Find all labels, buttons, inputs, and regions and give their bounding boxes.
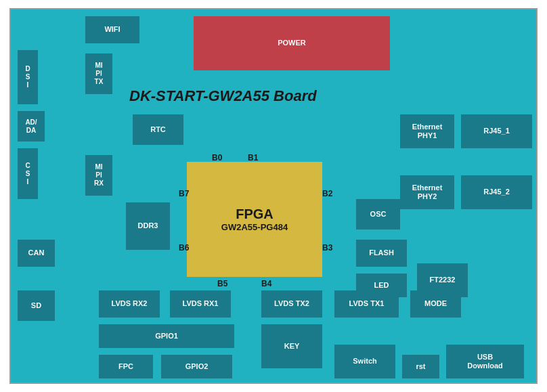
gpio2-block: GPIO2 [161,355,232,378]
b3-label: B3 [322,243,332,253]
b6-label: B6 [179,243,189,253]
sd-block: SD [18,290,55,321]
wifi-block: WIFI [85,16,139,43]
b2-label: B2 [322,189,332,198]
csi-block: CSI [18,148,38,199]
ddr3-block: DDR3 [126,202,170,250]
gpio1-block: GPIO1 [99,324,234,348]
ethernet-phy1-block: EthernetPHY1 [400,114,454,148]
rst-block: rst [402,355,439,378]
lvds-rx1-block: LVDS RX1 [170,290,231,318]
switch-block: Switch [334,345,395,378]
b5-label: B5 [217,279,227,288]
usb-download-block: USBDownload [446,345,524,378]
ethernet-phy2-block: EthernetPHY2 [400,175,454,209]
flash-block: FLASH [356,240,407,267]
b4-label: B4 [261,279,271,288]
rj45-2-block: RJ45_2 [461,175,532,209]
mipi-tx-block: MIPITX [85,53,112,94]
lvds-tx2-block: LVDS TX2 [261,290,322,318]
b0-label: B0 [212,153,222,162]
can-block: CAN [18,240,55,267]
b1-label: B1 [248,153,258,162]
b7-label: B7 [179,189,189,198]
mipi-rx-block: MIPIRX [85,155,112,196]
fpc-block: FPC [99,355,153,378]
dsi-block: DSI [18,50,38,104]
key-block: KEY [261,324,322,368]
lvds-tx1-block: LVDS TX1 [334,290,399,318]
adda-block: AD/DA [18,111,45,141]
rtc-block: RTC [133,114,183,145]
rj45-1-block: RJ45_1 [461,114,532,148]
board: DK-START-GW2A55 Board POWER WIFI DSI MIP… [9,8,538,384]
fpga-block: FPGA GW2A55-PG484 [187,162,322,277]
power-block: POWER [194,16,390,70]
lvds-rx2-block: LVDS RX2 [99,290,160,318]
mode-block: MODE [410,290,461,318]
osc-block: OSC [356,199,400,230]
board-title: DK-START-GW2A55 Board [129,87,317,105]
